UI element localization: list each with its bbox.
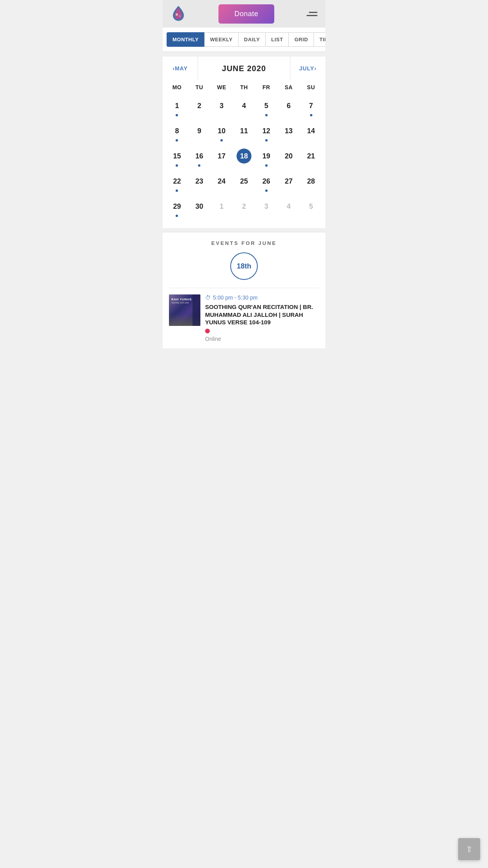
day-number: 8 — [169, 123, 184, 138]
calendar-day-31[interactable]: 1 — [211, 195, 233, 220]
calendar-day-16[interactable]: 16 — [188, 145, 211, 170]
calendar-title: JUNE 2020 — [222, 64, 266, 73]
day-headers: MO TU WE TH FR SA SU — [166, 80, 322, 94]
day-number: 15 — [169, 149, 184, 164]
calendar-day-6[interactable]: 6 — [277, 94, 300, 120]
day-event-dot — [176, 189, 178, 192]
day-number: 23 — [192, 174, 207, 189]
day-header-mo: MO — [166, 84, 188, 90]
day-number: 17 — [214, 149, 229, 164]
tab-grid[interactable]: GRID — [288, 32, 314, 47]
calendar-day-8[interactable]: 8 — [166, 120, 188, 145]
tab-weekly[interactable]: WEEKLY — [204, 32, 238, 47]
day-event-dot — [310, 114, 312, 116]
calendar-day-26[interactable]: 26 — [255, 170, 277, 195]
calendar-day-17[interactable]: 17 — [211, 145, 233, 170]
calendar-day-9[interactable]: 9 — [188, 120, 211, 145]
calendar-day-32[interactable]: 2 — [233, 195, 255, 220]
day-number: 16 — [192, 149, 207, 164]
day-number: 4 — [237, 98, 251, 113]
calendar-day-7[interactable]: 7 — [300, 94, 322, 120]
prev-month-button[interactable]: ‹ MAY — [163, 57, 198, 80]
day-event-dot — [265, 189, 268, 192]
calendar-day-28[interactable]: 28 — [300, 170, 322, 195]
calendar-day-4[interactable]: 4 — [233, 94, 255, 120]
event-time-text: 5:00 pm - 5:30 pm — [213, 294, 258, 301]
selected-date-text: 18th — [237, 262, 251, 270]
day-number: 27 — [281, 174, 296, 189]
event-location: Online — [205, 336, 319, 342]
day-event-dot — [176, 215, 178, 217]
calendar-day-2[interactable]: 2 — [188, 94, 211, 120]
calendar-day-1[interactable]: 1 — [166, 94, 188, 120]
day-number: 6 — [281, 98, 296, 113]
day-number: 20 — [281, 149, 296, 164]
day-header-we: WE — [211, 84, 233, 90]
app-logo — [169, 4, 188, 23]
calendar-day-33[interactable]: 3 — [255, 195, 277, 220]
calendar-day-29[interactable]: 29 — [166, 195, 188, 220]
days-grid: 1234567891011121314151617181920212223242… — [166, 94, 322, 220]
hamburger-line-2 — [306, 15, 317, 16]
calendar-day-11[interactable]: 11 — [233, 120, 255, 145]
tab-monthly[interactable]: MONTHLY — [167, 32, 204, 47]
event-item[interactable]: RAH YUNUS VERSE 104-109 ⏱ 5:00 pm - 5:30… — [169, 288, 319, 348]
day-event-dot — [265, 114, 268, 116]
calendar-day-10[interactable]: 10 — [211, 120, 233, 145]
calendar-day-14[interactable]: 14 — [300, 120, 322, 145]
calendar-day-15[interactable]: 15 — [166, 145, 188, 170]
day-number: 10 — [214, 123, 229, 138]
tab-tile[interactable]: TILE — [314, 32, 325, 47]
calendar-day-30[interactable]: 30 — [188, 195, 211, 220]
day-number: 3 — [259, 199, 274, 214]
day-number: 1 — [214, 199, 229, 214]
day-number: 2 — [192, 98, 207, 113]
calendar-nav: ‹ MAY JUNE 2020 JULY › — [163, 57, 325, 80]
day-number: 18 — [237, 149, 251, 164]
day-number: 12 — [259, 123, 274, 138]
svg-point-0 — [176, 13, 178, 16]
calendar-day-20[interactable]: 20 — [277, 145, 300, 170]
day-number: 9 — [192, 123, 207, 138]
event-title: SOOTHING QUR'AN RECITATION | BR. MUHAMMA… — [205, 303, 319, 333]
next-month-button[interactable]: JULY › — [290, 57, 325, 80]
tab-daily[interactable]: DAILY — [238, 32, 265, 47]
day-header-th: TH — [233, 84, 255, 90]
calendar-day-21[interactable]: 21 — [300, 145, 322, 170]
calendar-day-24[interactable]: 24 — [211, 170, 233, 195]
donate-button[interactable]: Donate — [218, 4, 274, 24]
calendar-day-3[interactable]: 3 — [211, 94, 233, 120]
day-number: 13 — [281, 123, 296, 138]
calendar-day-34[interactable]: 4 — [277, 195, 300, 220]
calendar-day-23[interactable]: 23 — [188, 170, 211, 195]
menu-button[interactable] — [305, 10, 319, 18]
event-title-text: SOOTHING QUR'AN RECITATION | BR. MUHAMMA… — [205, 303, 319, 326]
calendar-day-25[interactable]: 25 — [233, 170, 255, 195]
day-number: 4 — [281, 199, 296, 214]
header: Donate — [163, 0, 325, 28]
hamburger-line-1 — [309, 12, 317, 13]
day-number: 1 — [169, 98, 184, 113]
day-number: 7 — [304, 98, 319, 113]
chevron-right-icon: › — [314, 65, 317, 72]
day-event-dot — [176, 114, 178, 116]
calendar-day-35[interactable]: 5 — [300, 195, 322, 220]
calendar-day-18[interactable]: 18 — [233, 145, 255, 170]
event-time-row: ⏱ 5:00 pm - 5:30 pm — [205, 294, 319, 301]
day-number: 3 — [214, 98, 229, 113]
event-details: ⏱ 5:00 pm - 5:30 pm SOOTHING QUR'AN RECI… — [205, 294, 319, 342]
calendar-day-27[interactable]: 27 — [277, 170, 300, 195]
calendar-day-22[interactable]: 22 — [166, 170, 188, 195]
calendar-day-5[interactable]: 5 — [255, 94, 277, 120]
day-number: 22 — [169, 174, 184, 189]
day-event-dot — [176, 139, 178, 142]
selected-date-circle[interactable]: 18th — [230, 252, 258, 280]
calendar-day-13[interactable]: 13 — [277, 120, 300, 145]
calendar-day-19[interactable]: 19 — [255, 145, 277, 170]
tab-list[interactable]: LIST — [265, 32, 288, 47]
thumbnail-side-overlay — [193, 294, 200, 326]
day-number: 14 — [304, 123, 319, 138]
day-number: 5 — [259, 98, 274, 113]
day-number: 24 — [214, 174, 229, 189]
calendar-day-12[interactable]: 12 — [255, 120, 277, 145]
